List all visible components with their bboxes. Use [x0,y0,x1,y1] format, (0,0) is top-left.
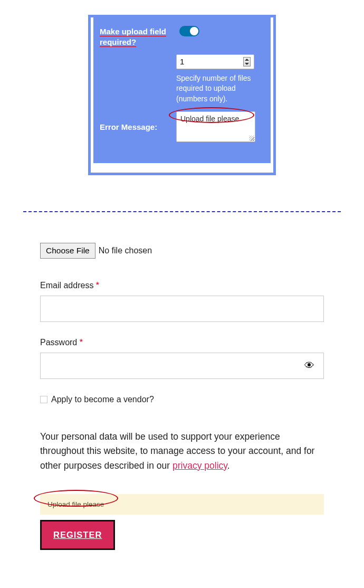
error-message-value: Upload file please [180,115,239,123]
make-required-control [176,25,260,48]
settings-panel-wrap: Make upload field required? 1 Specify nu… [0,0,364,175]
resize-handle-icon[interactable] [249,136,254,141]
eye-icon[interactable]: 👁 [304,360,314,372]
file-status-text: No file chosen [99,246,152,255]
row-error-message: Error Message: Upload file please [100,111,260,142]
number-help-text: Specify number of files required to uplo… [176,73,260,105]
registration-form: Choose File No file chosen Email address… [0,212,364,571]
number-value: 1 [180,57,184,66]
number-input[interactable]: 1 [176,54,254,69]
required-asterisk: * [96,281,99,290]
password-input-wrap: 👁 [40,353,324,379]
settings-panel: Make upload field required? 1 Specify nu… [91,17,273,173]
notice-text: Upload file please [47,500,104,508]
email-input[interactable] [40,296,324,322]
toggle-knob [190,27,198,35]
settings-panel-outer: Make upload field required? 1 Specify nu… [88,15,276,175]
toggle-make-required[interactable] [179,26,199,36]
validation-notice: Upload file please [40,494,324,515]
file-upload-row: Choose File No file chosen [40,243,324,259]
privacy-policy-link[interactable]: privacy policy [173,460,227,471]
number-spinner[interactable] [243,57,251,67]
privacy-paragraph: Your personal data will be used to suppo… [40,430,324,472]
vendor-checkbox[interactable] [40,396,47,403]
error-message-input[interactable]: Upload file please [176,111,255,142]
password-input[interactable] [40,353,324,379]
password-label: Password * [40,338,324,347]
error-message-control: Upload file please [176,111,260,142]
email-label: Email address * [40,281,324,290]
password-field-group: Password * 👁 [40,338,324,379]
row-number-files: 1 Specify number of files required to up… [100,54,260,105]
vendor-label: Apply to become a vendor? [51,395,154,404]
vendor-checkbox-row: Apply to become a vendor? [40,395,324,404]
required-asterisk: * [80,338,83,347]
choose-file-button[interactable]: Choose File [40,243,95,259]
error-message-label: Error Message: [100,111,176,142]
blank-label [100,54,176,105]
number-control: 1 Specify number of files required to up… [176,54,260,105]
notice-wrap: Upload file please [40,494,324,515]
register-button[interactable]: REGISTER [40,520,115,550]
make-required-label: Make upload field required? [100,25,176,48]
email-field-group: Email address * [40,281,324,322]
row-make-required: Make upload field required? [100,25,260,48]
